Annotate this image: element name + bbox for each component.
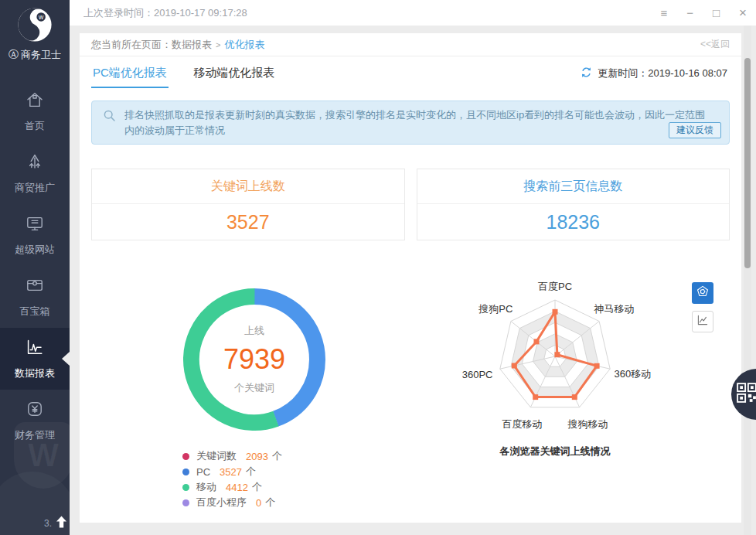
scrollbar-track[interactable] xyxy=(744,26,751,535)
refresh-icon xyxy=(581,66,592,80)
card-value: 3527 xyxy=(92,204,404,240)
title-bar: 上次登录时间：2019-10-17 09:17:28 ≡ − □ × xyxy=(70,0,756,26)
radar-chart: 百度PC 神马移动 360移动 搜狗移动 百度移动 360PC 搜狗PC xyxy=(431,279,679,438)
brand-name: Ⓐ 商务卫士 xyxy=(0,48,70,62)
line-chart-icon xyxy=(696,314,709,329)
brand-badge-icon: Ⓐ xyxy=(9,48,19,62)
card-title: 搜索前三页信息数 xyxy=(417,169,730,204)
sidebar-nav: 首页 商贸推广 超级网站 xyxy=(0,80,70,452)
scroll-top-arrow-icon[interactable] xyxy=(56,516,67,530)
keyword-online-card: 关键词上线数 3527 xyxy=(91,169,405,240)
top3-pages-card: 搜索前三页信息数 18236 xyxy=(417,169,730,240)
monitor-icon xyxy=(25,213,45,237)
refresh-time-text: 更新时间：2019-10-16 08:07 xyxy=(598,66,727,80)
legend-item-pc[interactable]: PC 3527 个 xyxy=(182,464,282,479)
hamburger-menu-icon[interactable]: ≡ xyxy=(660,7,667,19)
legend-item-mobile[interactable]: 移动 4412 个 xyxy=(182,479,282,495)
card-value: 18236 xyxy=(417,204,730,240)
sidebar-item-promotion[interactable]: 商贸推广 xyxy=(0,142,70,204)
radar-axis-label: 百度PC xyxy=(538,280,572,294)
sidebar-item-reports[interactable]: 数据报表 xyxy=(0,328,70,390)
legend-item-miniprogram[interactable]: 百度小程序 0 个 xyxy=(182,495,282,510)
sidebar: w Ⓐ 商务卫士 首页 xyxy=(0,0,70,535)
donut-chart: 上线 7939 个关键词 xyxy=(183,288,325,431)
last-login-text: 上次登录时间：2019-10-17 09:17:28 xyxy=(83,0,247,26)
breadcrumb-current[interactable]: 优化报表 xyxy=(224,39,264,50)
radar-chart-icon xyxy=(696,285,710,302)
refresh-control[interactable]: 更新时间：2019-10-16 08:07 xyxy=(581,66,727,80)
radar-axis-label: 百度移动 xyxy=(502,417,543,431)
feedback-button[interactable]: 建议反馈 xyxy=(669,122,721,138)
breadcrumb-parent: 数据报表 xyxy=(172,39,212,50)
legend-dot xyxy=(182,484,189,491)
qr-code-icon xyxy=(735,381,756,407)
radar-axis-label: 360移动 xyxy=(615,367,652,381)
sidebar-item-toolbox[interactable]: 百宝箱 xyxy=(0,266,70,328)
sidebar-footer-text: 3. xyxy=(44,518,52,529)
toolbox-icon xyxy=(25,275,45,298)
donut-total-value: 7939 xyxy=(223,343,285,376)
close-button[interactable]: × xyxy=(739,6,747,19)
line-view-button[interactable] xyxy=(692,311,713,332)
yinyang-w-logo-icon: w xyxy=(0,7,70,43)
svg-text:w: w xyxy=(38,13,44,21)
back-link[interactable]: <<返回 xyxy=(700,33,730,56)
finance-yuan-icon xyxy=(25,399,45,422)
minimize-button[interactable]: − xyxy=(686,7,693,19)
legend-item-keywords[interactable]: 关键词数 2093 个 xyxy=(182,448,282,464)
breadcrumb: 您当前所在页面：数据报表>优化报表 <<返回 xyxy=(80,33,741,56)
main-panel: 您当前所在页面：数据报表>优化报表 <<返回 PC端优化报表 移动端优化报表 更… xyxy=(80,33,741,523)
search-icon xyxy=(103,109,116,127)
radar-axis-label: 360PC xyxy=(462,368,493,380)
sidebar-footer: 3. xyxy=(44,516,67,530)
tabs-bar: PC端优化报表 移动端优化报表 更新时间：2019-10-16 08:07 xyxy=(80,56,741,90)
legend-dot xyxy=(182,453,189,460)
radar-caption: 各浏览器关键词上线情况 xyxy=(431,445,679,458)
app-window: w Ⓐ 商务卫士 首页 xyxy=(0,0,756,535)
notice-text: 排名快照抓取的是报表更新时刻的真实数据，搜索引擎的排名是实时变化的，且不同地区i… xyxy=(124,109,705,136)
legend-dot xyxy=(182,499,189,506)
sidebar-item-home[interactable]: 首页 xyxy=(0,80,70,142)
maximize-button[interactable]: □ xyxy=(713,7,720,19)
legend-dot xyxy=(182,469,189,475)
radar-chart-svg xyxy=(431,279,679,438)
report-chart-icon xyxy=(25,337,45,360)
radar-axis-label: 搜狗PC xyxy=(478,302,513,316)
tab-pc-report[interactable]: PC端优化报表 xyxy=(91,56,169,88)
brand: w Ⓐ 商务卫士 xyxy=(0,7,70,62)
sidebar-item-finance[interactable]: 财务管理 xyxy=(0,390,70,452)
window-controls: ≡ − □ × xyxy=(660,0,747,26)
donut-center-label: 上线 7939 个关键词 xyxy=(183,288,325,431)
radar-axis-label: 搜狗移动 xyxy=(568,417,608,431)
donut-legend: 关键词数 2093 个 PC 3527 个 移动 4412 个 百度小程序 0 … xyxy=(182,448,282,510)
scrollbar-thumb[interactable] xyxy=(744,58,751,268)
breadcrumb-separator: > xyxy=(216,40,220,49)
home-icon xyxy=(25,90,45,113)
radar-view-button[interactable] xyxy=(692,282,713,304)
card-title: 关键词上线数 xyxy=(92,169,404,204)
tab-mobile-report[interactable]: 移动端优化报表 xyxy=(192,56,276,88)
radar-axis-label: 神马移动 xyxy=(594,302,635,316)
promotion-arrows-icon xyxy=(25,152,45,175)
stat-cards: 关键词上线数 3527 搜索前三页信息数 18236 xyxy=(91,169,730,240)
notice-banner: 排名快照抓取的是报表更新时刻的真实数据，搜索引擎的排名是实时变化的，且不同地区i… xyxy=(91,101,730,145)
sidebar-item-website[interactable]: 超级网站 xyxy=(0,204,70,266)
